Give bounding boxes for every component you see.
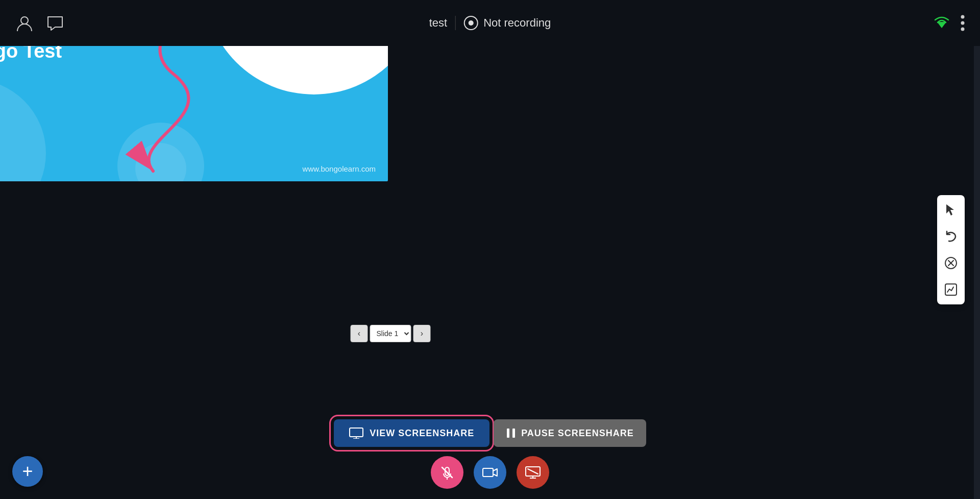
undo-tool-button[interactable] — [940, 226, 962, 247]
session-name: test — [429, 16, 447, 30]
camera-toggle-button[interactable] — [474, 456, 506, 489]
slide-next-button[interactable]: › — [413, 325, 431, 342]
svg-line-21 — [528, 469, 538, 474]
add-button[interactable]: + — [12, 456, 43, 487]
slide-url: www.bongolearn.com — [303, 164, 376, 173]
svg-rect-14 — [512, 429, 515, 438]
svg-point-0 — [21, 17, 28, 24]
right-toolbar — [937, 195, 965, 304]
header-center: test Not recording — [429, 16, 551, 30]
chart-tool-button[interactable] — [940, 279, 962, 300]
camera-icon — [482, 466, 498, 479]
record-dot — [469, 20, 474, 26]
recording-status-text: Not recording — [483, 16, 551, 30]
bottom-bar: VIEW SCREENSHARE PAUSE SCREENSHARE — [0, 419, 980, 489]
slide-number-select[interactable]: Slide 1 — [370, 325, 411, 342]
svg-rect-17 — [483, 468, 493, 477]
record-icon — [464, 16, 478, 30]
stop-screenshare-button[interactable] — [517, 456, 549, 489]
profile-button[interactable] — [15, 14, 34, 32]
svg-marker-1 — [937, 22, 946, 28]
header-right — [933, 14, 965, 33]
chat-button[interactable] — [46, 14, 64, 32]
mic-muted-icon — [440, 465, 454, 480]
pause-icon — [506, 427, 516, 439]
slide-prev-button[interactable]: ‹ — [351, 325, 368, 342]
slide-wrapper: Bongo Test bongo™ www.bongolearn.com ‹ S… — [158, 51, 623, 337]
more-menu-button[interactable] — [961, 15, 965, 31]
recording-status: Not recording — [464, 16, 551, 30]
svg-rect-13 — [507, 429, 509, 438]
cursor-tool-button[interactable] — [940, 199, 962, 221]
deco-circle-bl — [0, 79, 46, 181]
pause-screenshare-button[interactable]: PAUSE SCREENSHARE — [494, 419, 646, 447]
svg-point-3 — [961, 21, 965, 25]
mic-toggle-button[interactable] — [431, 456, 463, 489]
header-left — [15, 14, 64, 32]
header-divider — [455, 16, 456, 30]
svg-point-4 — [961, 28, 965, 31]
slide-navigation: ‹ Slide 1 › — [351, 325, 431, 342]
svg-rect-10 — [350, 428, 363, 437]
svg-point-2 — [961, 15, 965, 19]
monitor-icon — [349, 427, 363, 439]
screenshare-stop-icon — [525, 466, 541, 479]
header: test Not recording — [0, 0, 980, 46]
media-controls — [431, 456, 549, 489]
clear-tool-button[interactable] — [940, 252, 962, 274]
wifi-icon — [933, 14, 950, 33]
view-screenshare-button[interactable]: VIEW SCREENSHARE — [334, 419, 489, 447]
screenshare-buttons: VIEW SCREENSHARE PAUSE SCREENSHARE — [334, 419, 646, 447]
